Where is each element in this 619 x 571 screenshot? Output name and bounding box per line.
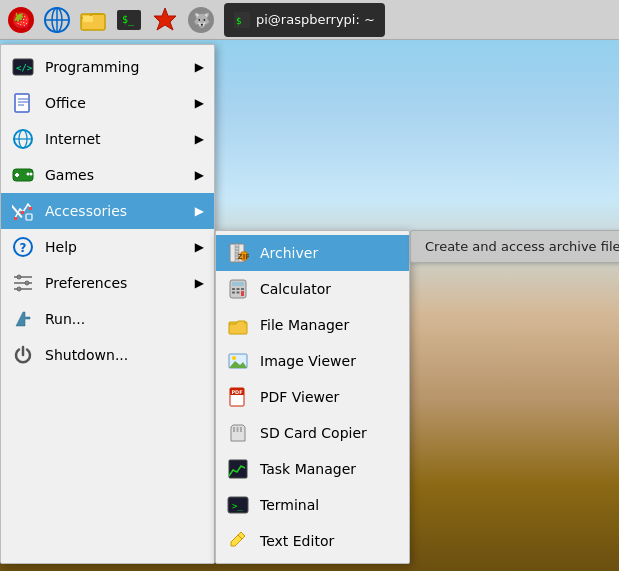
terminal-label: Terminal	[260, 497, 319, 513]
svg-rect-32	[29, 207, 32, 210]
programming-arrow: ▶	[195, 60, 204, 74]
svg-rect-8	[83, 16, 93, 22]
internet-arrow: ▶	[195, 132, 204, 146]
menu-item-run[interactable]: Run...	[1, 301, 214, 337]
terminal-title: pi@raspberrypi: ~	[256, 12, 375, 27]
svg-rect-18	[15, 94, 29, 112]
svg-rect-56	[241, 288, 244, 290]
svg-point-29	[30, 173, 33, 176]
help-label: Help	[45, 239, 77, 255]
terminal-button[interactable]: $_	[112, 3, 146, 37]
menu-item-archiver[interactable]: ZIP Archiver	[216, 235, 409, 271]
menu-item-sd-card-copier[interactable]: SD Card Copier	[216, 415, 409, 451]
accessories-icon	[11, 199, 35, 223]
svg-rect-27	[15, 174, 19, 176]
office-arrow: ▶	[195, 96, 204, 110]
games-icon	[11, 163, 35, 187]
shutdown-icon	[11, 343, 35, 367]
archiver-tooltip: Create and access archive files	[410, 230, 619, 263]
file-manager-label: File Manager	[260, 317, 349, 333]
svg-rect-31	[21, 211, 24, 214]
office-label: Office	[45, 95, 86, 111]
menu-item-calculator[interactable]: Calculator	[216, 271, 409, 307]
archiver-icon: ZIP	[226, 241, 250, 265]
shutdown-label: Shutdown...	[45, 347, 128, 363]
svg-text:</>: </>	[16, 63, 33, 73]
accessories-arrow: ▶	[195, 204, 204, 218]
svg-text:ZIP: ZIP	[238, 253, 249, 261]
taskbar: 🍓 $_ 🐺	[0, 0, 619, 40]
svg-rect-69	[240, 427, 242, 432]
pdf-viewer-label: PDF Viewer	[260, 389, 339, 405]
task-manager-label: Task Manager	[260, 461, 356, 477]
menu-item-preferences[interactable]: Preferences ▶	[1, 265, 214, 301]
menu-item-file-manager[interactable]: File Manager	[216, 307, 409, 343]
menu-item-task-manager[interactable]: Task Manager	[216, 451, 409, 487]
internet-label: Internet	[45, 131, 101, 147]
wolf-button[interactable]: 🐺	[184, 3, 218, 37]
primary-menu: </> Programming ▶ Office ▶	[0, 44, 215, 564]
svg-point-42	[17, 287, 21, 291]
help-icon: ?	[11, 235, 35, 259]
calculator-icon	[226, 277, 250, 301]
office-icon	[11, 91, 35, 115]
svg-marker-11	[154, 8, 176, 30]
sd-card-icon	[226, 421, 250, 445]
menu-item-accessories[interactable]: Accessories ▶	[1, 193, 214, 229]
svg-rect-30	[14, 217, 17, 220]
preferences-arrow: ▶	[195, 276, 204, 290]
svg-rect-55	[237, 288, 240, 290]
sd-card-copier-label: SD Card Copier	[260, 425, 367, 441]
menu-item-programming[interactable]: </> Programming ▶	[1, 49, 214, 85]
svg-point-40	[17, 275, 21, 279]
pdf-viewer-icon: PDF	[226, 385, 250, 409]
accessories-submenu: ZIP Archiver Calculator	[215, 230, 410, 564]
svg-rect-54	[232, 288, 235, 290]
terminal-window-button[interactable]: $ pi@raspberrypi: ~	[224, 3, 385, 37]
menu-item-shutdown[interactable]: Shutdown...	[1, 337, 214, 373]
run-label: Run...	[45, 311, 85, 327]
games-label: Games	[45, 167, 94, 183]
menu-item-help[interactable]: ? Help ▶	[1, 229, 214, 265]
menu-item-office[interactable]: Office ▶	[1, 85, 214, 121]
svg-text:?: ?	[20, 241, 27, 255]
tooltip-text: Create and access archive files	[425, 239, 619, 254]
svg-point-41	[25, 281, 29, 285]
burst-button[interactable]	[148, 3, 182, 37]
text-editor-icon	[226, 529, 250, 553]
menu-item-internet[interactable]: Internet ▶	[1, 121, 214, 157]
preferences-icon	[11, 271, 35, 295]
run-icon	[11, 307, 35, 331]
svg-rect-67	[233, 427, 235, 432]
menu-item-terminal[interactable]: >_ Terminal	[216, 487, 409, 523]
games-arrow: ▶	[195, 168, 204, 182]
svg-point-28	[27, 173, 30, 176]
svg-rect-68	[237, 427, 239, 432]
svg-text:🐺: 🐺	[193, 12, 211, 29]
svg-text:$: $	[236, 16, 241, 26]
svg-rect-34	[26, 214, 32, 220]
filemanager-button[interactable]	[76, 3, 110, 37]
svg-rect-70	[229, 460, 247, 478]
menu-item-image-viewer[interactable]: Image Viewer	[216, 343, 409, 379]
text-editor-label: Text Editor	[260, 533, 334, 549]
menu-item-pdf-viewer[interactable]: PDF PDF Viewer	[216, 379, 409, 415]
svg-rect-59	[241, 291, 244, 296]
task-manager-icon	[226, 457, 250, 481]
menu-item-games[interactable]: Games ▶	[1, 157, 214, 193]
raspberry-menu-button[interactable]: 🍓	[4, 3, 38, 37]
svg-text:PDF: PDF	[231, 389, 242, 395]
file-manager-icon	[226, 313, 250, 337]
accessories-label: Accessories	[45, 203, 127, 219]
svg-rect-58	[237, 292, 240, 294]
image-viewer-icon	[226, 349, 250, 373]
menu-item-text-editor[interactable]: Text Editor	[216, 523, 409, 559]
menu-container: </> Programming ▶ Office ▶	[0, 44, 410, 564]
programming-icon: </>	[11, 55, 35, 79]
svg-point-62	[232, 356, 236, 360]
archiver-label: Archiver	[260, 245, 318, 261]
image-viewer-label: Image Viewer	[260, 353, 356, 369]
terminal-submenu-icon: >_	[226, 493, 250, 517]
help-arrow: ▶	[195, 240, 204, 254]
browser-button[interactable]	[40, 3, 74, 37]
